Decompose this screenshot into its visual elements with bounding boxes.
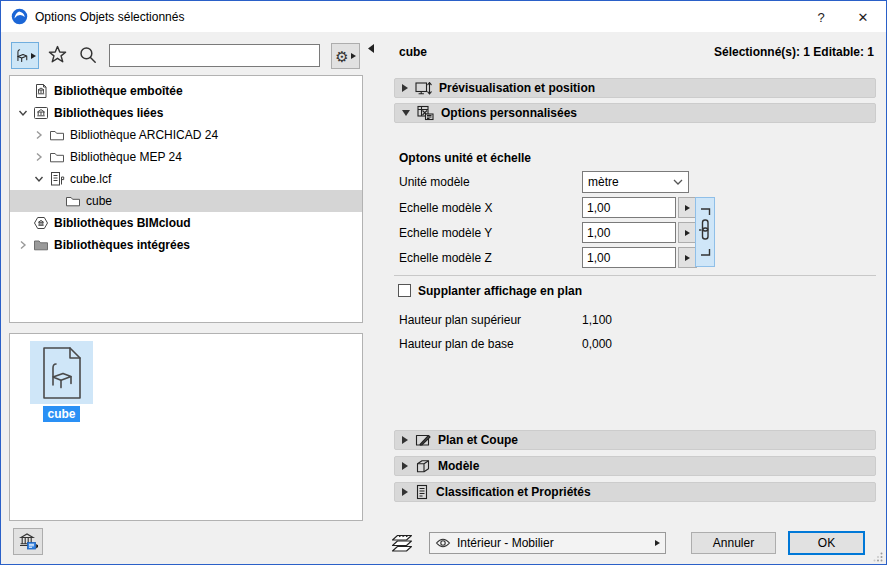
layer-value: Intérieur - Mobilier <box>457 536 554 550</box>
scale-y-input[interactable] <box>582 222 676 243</box>
layer-select[interactable]: Intérieur - Mobilier <box>429 532 666 554</box>
link-xyz-toggle[interactable] <box>695 197 715 267</box>
scale-x-input[interactable] <box>582 197 676 218</box>
section-classification-properties[interactable]: Classification et Propriétés <box>394 482 876 502</box>
section-preview-position[interactable]: Prévisualisation et position <box>394 78 876 98</box>
chevron-right-icon[interactable] <box>30 130 48 140</box>
library-tree: Bibliothèque emboîtée Bibliothèques liée… <box>9 75 363 323</box>
object-settings-dialog: Options Objets sélectionnés ? ✕ <box>0 0 887 565</box>
object-type-button[interactable] <box>11 42 39 69</box>
gear-icon: ⚙ <box>335 49 348 64</box>
tree-item-cube-lcf[interactable]: cube.lcf <box>10 168 362 190</box>
hexagon-bank-icon <box>32 215 50 231</box>
collapsed-arrow-icon <box>402 462 408 470</box>
unit-label: Unité modèle <box>399 175 470 189</box>
flyout-arrow-icon <box>31 53 36 59</box>
tree-item-linked-libraries[interactable]: Bibliothèques liées <box>10 102 362 124</box>
group-title: Optons unité et échelle <box>399 151 531 165</box>
object-thumbnail-label[interactable]: cube <box>10 407 113 421</box>
scale-z-label: Echelle modèle Z <box>399 251 492 265</box>
doc-bank-icon <box>32 83 50 99</box>
section-label: Modèle <box>438 459 479 473</box>
base-height-label: Hauteur plan de base <box>399 337 514 351</box>
resize-grip[interactable] <box>873 552 883 562</box>
tree-item-cube[interactable]: cube <box>10 190 362 212</box>
top-height-value: 1,100 <box>582 313 612 327</box>
collapsed-arrow-icon <box>402 84 408 92</box>
titlebar: Options Objets sélectionnés ? ✕ <box>1 1 886 32</box>
tree-item-archicad-library[interactable]: Bibliothèque ARCHICAD 24 <box>10 124 362 146</box>
parameters-grid-icon <box>417 105 434 121</box>
tree-item-embedded-library[interactable]: Bibliothèque emboîtée <box>10 80 362 102</box>
ok-button[interactable]: OK <box>788 531 865 555</box>
tree-item-label: Bibliothèque MEP 24 <box>70 150 182 164</box>
object-thumbnail[interactable] <box>30 341 93 404</box>
override-plan-checkbox[interactable] <box>398 284 411 297</box>
star-icon <box>48 45 67 64</box>
selected-object-name: cube <box>399 45 427 59</box>
dialog-title: Options Objets sélectionnés <box>35 10 184 24</box>
chevron-down-icon[interactable] <box>30 174 48 184</box>
section-model[interactable]: Modèle <box>394 456 876 476</box>
section-label: Prévisualisation et position <box>439 81 595 95</box>
favorites-button[interactable] <box>48 45 67 64</box>
bank-list-icon <box>18 532 38 551</box>
chair-icon <box>14 48 29 63</box>
object-preview-list: cube <box>9 333 363 521</box>
folder-icon <box>48 149 66 165</box>
expanded-arrow-icon <box>402 110 410 116</box>
object-doc-chair-icon <box>40 346 84 400</box>
monitor-move-icon <box>415 81 432 96</box>
library-manager-button[interactable] <box>13 528 43 555</box>
tree-item-bimcloud-libraries[interactable]: Bibliothèques BIMcloud <box>10 212 362 234</box>
close-icon[interactable]: ✕ <box>847 5 879 29</box>
folder-icon <box>48 127 66 143</box>
tree-item-label: Bibliothèques liées <box>54 106 163 120</box>
search-input[interactable] <box>109 44 320 67</box>
unit-value: mètre <box>588 175 619 189</box>
tree-item-label: cube.lcf <box>70 172 111 186</box>
doc-pin-icon <box>48 171 66 187</box>
flyout-arrow-icon <box>655 540 660 546</box>
tree-item-label: Bibliothèques intégrées <box>54 238 190 252</box>
chevron-down-icon[interactable] <box>14 108 32 118</box>
collapse-panel-icon[interactable] <box>368 44 374 53</box>
tree-item-label: cube <box>86 194 112 208</box>
scale-z-input[interactable] <box>582 247 676 268</box>
section-label: Options personnalisées <box>441 106 577 120</box>
settings-menu-button[interactable]: ⚙ <box>331 43 360 69</box>
section-label: Plan et Coupe <box>438 433 518 447</box>
cube-3d-icon <box>415 459 431 474</box>
section-custom-settings[interactable]: Options personnalisées <box>394 103 876 123</box>
search-button[interactable] <box>79 46 97 64</box>
top-height-label: Hauteur plan supérieur <box>399 313 521 327</box>
section-label: Classification et Propriétés <box>436 485 591 499</box>
scale-y-label: Echelle modèle Y <box>399 226 492 240</box>
section-plan-section[interactable]: Plan et Coupe <box>394 430 876 450</box>
search-icon <box>79 46 97 64</box>
chevron-right-icon[interactable] <box>14 240 32 250</box>
tree-item-label: Bibliothèque emboîtée <box>54 84 183 98</box>
chevron-down-icon <box>673 179 683 185</box>
cancel-button[interactable]: Annuler <box>691 532 776 554</box>
document-lines-icon <box>415 484 429 500</box>
divider <box>394 275 876 276</box>
collapsed-arrow-icon <box>402 436 408 444</box>
unit-select[interactable]: mètre <box>582 171 689 193</box>
tree-item-mep-library[interactable]: Bibliothèque MEP 24 <box>10 146 362 168</box>
override-plan-label: Supplanter affichage en plan <box>418 284 582 298</box>
chain-link-icon <box>698 202 712 262</box>
box-bank-icon <box>32 105 50 121</box>
tree-item-builtin-libraries[interactable]: Bibliothèques intégrées <box>10 234 362 256</box>
selection-status: Sélectionné(s): 1 Editable: 1 <box>714 45 874 59</box>
collapsed-arrow-icon <box>402 488 408 496</box>
tree-item-label: Bibliothèques BIMcloud <box>54 216 191 230</box>
tree-item-label: Bibliothèque ARCHICAD 24 <box>70 128 218 142</box>
app-logo-icon <box>11 8 28 25</box>
scale-x-label: Echelle modèle X <box>399 201 492 215</box>
base-height-value: 0,000 <box>582 337 612 351</box>
layers-icon <box>391 532 419 553</box>
help-button[interactable]: ? <box>805 5 837 29</box>
chevron-right-icon[interactable] <box>30 152 48 162</box>
eye-icon <box>435 537 451 549</box>
